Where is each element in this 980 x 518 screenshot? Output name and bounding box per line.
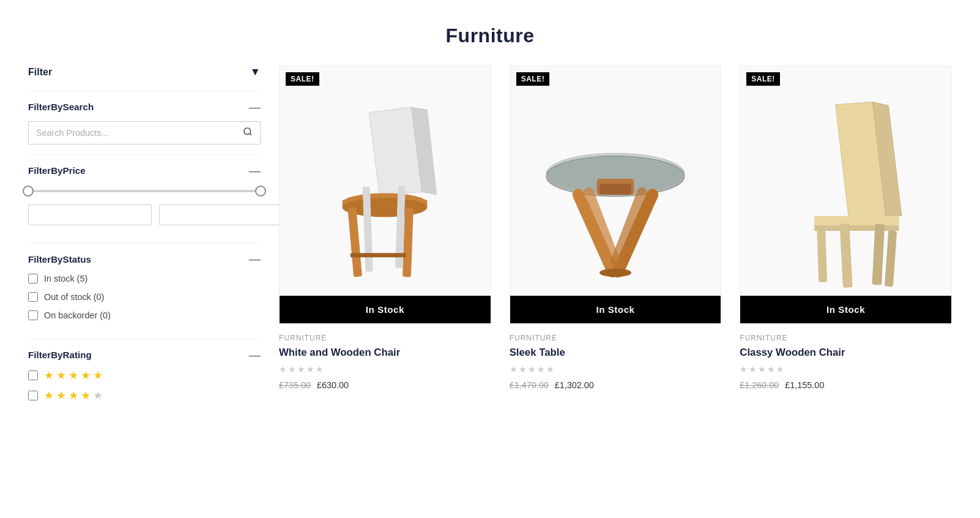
in-stock-bar-1: In Stock — [280, 296, 491, 323]
range-thumb-right[interactable] — [255, 186, 266, 197]
price-inputs: 0 1365 — [28, 205, 261, 225]
main-layout: Filter ▼ FilterBySearch — Fi — [16, 66, 964, 444]
star-2: ★ — [56, 369, 66, 382]
status-on-backorder[interactable]: On backorder (0) — [28, 310, 261, 320]
product-stars-3: ★ ★ ★ ★ ★ — [740, 364, 952, 374]
rating-4-checkbox[interactable] — [28, 391, 38, 400]
rating-5-checkbox[interactable] — [28, 370, 38, 380]
range-thumb-left[interactable] — [23, 186, 34, 197]
product-image-wrapper-1: SALE! — [279, 66, 491, 324]
status-collapse-icon[interactable]: — — [249, 253, 261, 265]
filter-label: Filter — [28, 67, 52, 78]
on-backorder-checkbox[interactable] — [28, 310, 38, 320]
price-range-container: 0 1365 — [28, 185, 261, 225]
filter-icon: ▼ — [250, 66, 261, 78]
pstar-2: ★ — [288, 364, 296, 374]
in-stock-bar-3: In Stock — [740, 296, 951, 323]
product-image-1 — [280, 66, 491, 323]
filter-by-search-section: FilterBySearch — — [28, 91, 261, 154]
svg-line-1 — [250, 133, 251, 135]
price-max-input[interactable]: 1365 — [159, 205, 283, 225]
filter-by-status-section: FilterByStatus — In stock (5) Out of sto… — [28, 242, 261, 338]
filter-by-price-section: FilterByPrice — 0 1365 — [28, 154, 261, 242]
range-fill — [28, 190, 261, 192]
pstar-1: ★ — [279, 364, 287, 374]
product-stars-2: ★ ★ ★ ★ ★ — [510, 364, 722, 374]
rating-collapse-icon[interactable]: — — [249, 349, 261, 361]
star-1: ★ — [44, 389, 54, 402]
price-sale-2: £1,302.00 — [555, 380, 594, 390]
filter-search-title: FilterBySearch — [28, 102, 94, 112]
star-5: ★ — [93, 369, 103, 382]
price-original-3: £1,260.00 — [740, 380, 779, 390]
search-button[interactable] — [243, 127, 253, 139]
out-of-stock-checkbox[interactable] — [28, 292, 38, 302]
product-image-2 — [510, 66, 721, 323]
rating-4-stars[interactable]: ★ ★ ★ ★ ★ — [28, 389, 261, 402]
pstar-4: ★ — [306, 364, 314, 374]
svg-point-20 — [600, 268, 631, 277]
pstar-2: ★ — [519, 364, 527, 374]
pstar-1: ★ — [740, 364, 748, 374]
price-collapse-icon[interactable]: — — [249, 165, 261, 176]
filter-search-header: FilterBySearch — — [28, 101, 261, 113]
price-original-2: £1,470.00 — [510, 380, 549, 390]
pstar-3: ★ — [528, 364, 536, 374]
svg-rect-28 — [885, 230, 897, 287]
in-stock-checkbox[interactable] — [28, 274, 38, 283]
price-original-1: £735.00 — [279, 380, 311, 390]
product-image-3 — [740, 66, 951, 323]
pstar-4: ★ — [767, 364, 775, 374]
pstar-3: ★ — [758, 364, 766, 374]
sale-badge-3: SALE! — [746, 72, 780, 86]
svg-rect-27 — [817, 229, 827, 282]
filter-rating-header: FilterByRating — — [28, 349, 261, 361]
product-name-3: Classy Wooden Chair — [740, 346, 952, 359]
price-sale-3: £1,155.00 — [785, 380, 824, 390]
filter-status-header: FilterByStatus — — [28, 253, 261, 265]
star-5-empty: ★ — [93, 389, 103, 402]
filter-header: Filter ▼ — [28, 66, 261, 78]
page-title: Furniture — [0, 0, 980, 66]
search-input[interactable] — [36, 128, 238, 138]
svg-rect-11 — [351, 253, 406, 257]
product-card-2[interactable]: SALE! — [510, 66, 722, 390]
in-stock-bar-2: In Stock — [510, 296, 721, 323]
product-stars-1: ★ ★ ★ ★ ★ — [279, 364, 491, 374]
filter-rating-title: FilterByRating — [28, 350, 92, 360]
svg-rect-15 — [600, 184, 631, 195]
pstar-5: ★ — [546, 364, 554, 374]
sale-badge-1: SALE! — [286, 72, 319, 86]
svg-rect-7 — [348, 208, 363, 277]
product-prices-1: £735.00 £630.00 — [279, 380, 491, 390]
status-in-stock[interactable]: In stock (5) — [28, 274, 261, 283]
svg-rect-26 — [872, 223, 885, 285]
product-card-3[interactable]: SALE! — [740, 66, 952, 390]
product-prices-2: £1,470.00 £1,302.00 — [510, 380, 722, 390]
pstar-5: ★ — [316, 364, 324, 374]
star-4: ★ — [81, 389, 91, 402]
search-collapse-icon[interactable]: — — [249, 101, 261, 113]
star-3: ★ — [69, 369, 78, 382]
rating-5-stars[interactable]: ★ ★ ★ ★ ★ — [28, 369, 261, 382]
product-image-wrapper-3: SALE! — [740, 66, 952, 324]
product-card-1[interactable]: SALE! — [279, 66, 491, 390]
filter-price-header: FilterByPrice — — [28, 165, 261, 176]
status-out-of-stock[interactable]: Out of stock (0) — [28, 292, 261, 302]
product-category-1: FURNITURE — [279, 334, 491, 342]
star-1: ★ — [44, 369, 54, 382]
sale-badge-2: SALE! — [516, 72, 550, 86]
filter-status-title: FilterByStatus — [28, 254, 91, 265]
svg-point-0 — [244, 128, 251, 135]
price-min-input[interactable]: 0 — [28, 205, 152, 225]
range-slider[interactable] — [28, 185, 261, 197]
product-name-2: Sleek Table — [510, 346, 722, 359]
svg-rect-23 — [814, 216, 899, 227]
star-2: ★ — [56, 389, 66, 402]
filter-price-title: FilterByPrice — [28, 165, 86, 176]
out-of-stock-label: Out of stock (0) — [44, 292, 104, 302]
pstar-4: ★ — [537, 364, 545, 374]
products-grid: SALE! — [279, 66, 952, 419]
pstar-3: ★ — [297, 364, 305, 374]
pstar-5: ★ — [776, 364, 784, 374]
